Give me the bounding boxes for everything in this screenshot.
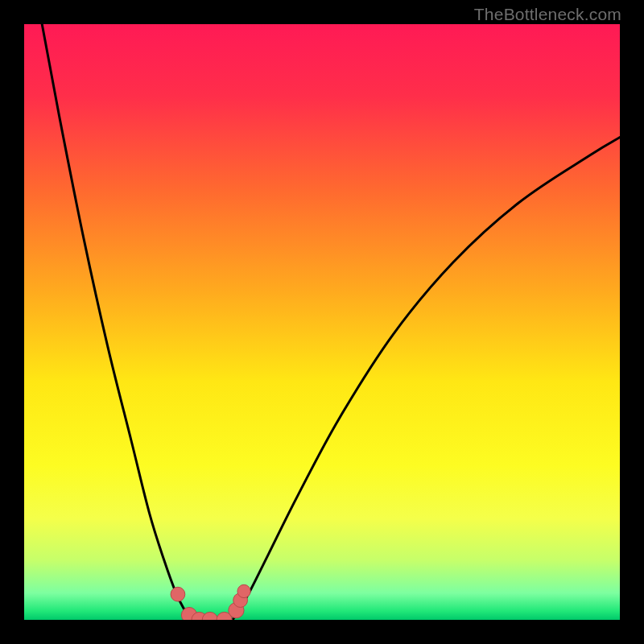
chart-frame: TheBottleneck.com <box>0 0 644 644</box>
bottleneck-curve <box>42 24 620 620</box>
plot-area <box>24 24 620 620</box>
data-marker <box>237 584 250 597</box>
chart-svg <box>24 24 620 620</box>
watermark-text: TheBottleneck.com <box>474 5 621 24</box>
data-marker <box>202 612 217 620</box>
data-marker <box>171 587 185 601</box>
